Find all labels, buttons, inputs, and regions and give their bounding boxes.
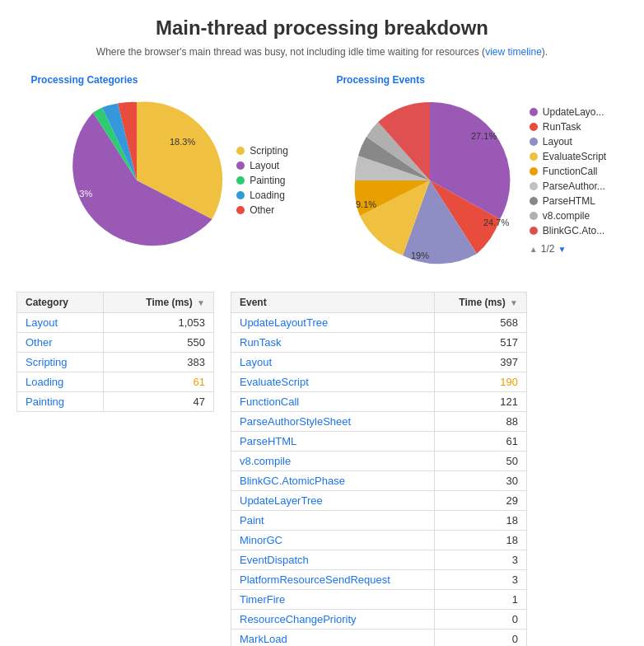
left-chart-legend: Scripting Layout Painting Loading Other (236, 145, 288, 216)
legend-evaluatescript: EvaluateScript (530, 151, 606, 162)
prev-page-icon[interactable]: ▲ (530, 245, 538, 254)
right-row-value: 568 (434, 313, 526, 333)
right-row-name[interactable]: EventDispatch (231, 550, 435, 570)
right-chart-container: 27.1% 24.7% 19% 9.1% UpdateLayo... RunTa… (343, 94, 606, 267)
right-pie-chart: 27.1% 24.7% 19% 9.1% (343, 94, 516, 267)
right-row-value: 1 (434, 590, 526, 610)
right-row-value: 88 (434, 412, 526, 432)
right-row-name[interactable]: ResourceChangePriority (231, 610, 435, 630)
right-table-row: FunctionCall121 (231, 392, 527, 412)
right-row-name[interactable]: PlatformResourceSendRequest (231, 570, 435, 590)
view-timeline-link[interactable]: view timeline (485, 46, 542, 58)
right-table-row: Layout397 (231, 353, 527, 372)
left-row-name[interactable]: Other (17, 333, 104, 353)
pagination-label: 1/2 (541, 243, 555, 255)
right-row-name[interactable]: MinorGC (231, 531, 435, 550)
left-row-value: 1,053 (104, 313, 214, 333)
right-row-name[interactable]: UpdateLayerTree (231, 491, 435, 511)
left-col1-header: Category (17, 293, 104, 313)
left-table-row: Painting47 (17, 392, 214, 412)
sort-icon-left: ▼ (197, 298, 205, 307)
right-table-row: PlatformResourceSendRequest3 (231, 570, 527, 590)
page-title: Main-thread processing breakdown (16, 16, 628, 40)
right-row-name[interactable]: MarkLoad (231, 630, 435, 647)
right-table-row: EvaluateScript190 (231, 372, 527, 392)
legend-dot-loading (236, 191, 245, 199)
right-row-name[interactable]: v8.compile (231, 452, 435, 471)
legend-dot-layout (236, 162, 245, 170)
right-chart-title: Processing Events (328, 74, 424, 86)
right-row-value: 0 (434, 630, 526, 647)
legend-dot-evaluatescript (530, 152, 538, 161)
right-row-name[interactable]: RunTask (231, 333, 435, 353)
legend-dot-functioncall (530, 167, 538, 176)
right-table-row: ResourceChangePriority0 (231, 610, 527, 630)
right-col1-header: Event (231, 293, 435, 313)
right-row-value: 50 (434, 452, 526, 471)
legend-layout: Layout (236, 160, 288, 171)
right-row-value: 29 (434, 491, 526, 511)
right-col2-header[interactable]: Time (ms) ▼ (434, 293, 526, 313)
legend-loading: Loading (236, 190, 288, 201)
right-row-name[interactable]: FunctionCall (231, 392, 435, 412)
charts-row: Processing Categories 18.3% 50.3% 26.3% (16, 74, 628, 267)
label-layout-r: 19% (411, 250, 429, 260)
label-scripting: 18.3% (170, 137, 195, 147)
right-row-name[interactable]: ParseHTML (231, 432, 435, 452)
right-table-row: v8.compile50 (231, 452, 527, 471)
right-row-name[interactable]: ParseAuthorStyleSheet (231, 412, 435, 432)
next-page-icon[interactable]: ▼ (558, 245, 566, 254)
tables-row: Category Time (ms) ▼ Layout1,053Other550… (16, 292, 628, 646)
legend-scripting: Scripting (236, 145, 288, 157)
legend-dot-runtask (530, 123, 538, 131)
label-evaluate: 9.1% (356, 199, 376, 209)
left-col2-header[interactable]: Time (ms) ▼ (104, 293, 214, 313)
right-table-row: ParseHTML61 (231, 432, 527, 452)
right-row-name[interactable]: Layout (231, 353, 435, 372)
legend-layout-r: Layout (530, 136, 606, 147)
right-row-value: 517 (434, 333, 526, 353)
right-table-container: Event Time (ms) ▼ UpdateLayoutTree568Run… (231, 292, 527, 646)
label-layout: 50.3% (101, 238, 127, 248)
right-table-row: MarkLoad0 (231, 630, 527, 647)
left-table-row: Loading61 (17, 372, 214, 392)
legend-parsehtml: ParseHTML (530, 195, 606, 207)
right-row-value: 397 (434, 353, 526, 372)
left-row-name[interactable]: Loading (17, 372, 104, 392)
left-row-value: 61 (104, 372, 214, 392)
page-subtitle: Where the browser's main thread was busy… (16, 46, 628, 58)
right-legend-list: UpdateLayo... RunTask Layout EvaluateScr… (530, 106, 606, 255)
right-row-name[interactable]: UpdateLayoutTree (231, 313, 435, 333)
left-row-value: 550 (104, 333, 214, 353)
left-row-name[interactable]: Painting (17, 392, 104, 412)
legend-dot-parseauthor (530, 182, 538, 190)
right-row-value: 61 (434, 432, 526, 452)
right-row-value: 30 (434, 471, 526, 491)
left-row-value: 47 (104, 392, 214, 412)
right-row-name[interactable]: BlinkGC.AtomicPhase (231, 471, 435, 491)
right-row-name[interactable]: EvaluateScript (231, 372, 435, 392)
right-row-value: 0 (434, 610, 526, 630)
left-row-name[interactable]: Layout (17, 313, 104, 333)
legend-dot-blinkgc (530, 227, 538, 235)
legend-blinkgc: BlinkGC.Ato... (530, 225, 606, 236)
right-table-header-row: Event Time (ms) ▼ (231, 293, 527, 313)
right-table-row: MinorGC18 (231, 531, 527, 550)
left-table-header-row: Category Time (ms) ▼ (17, 293, 214, 313)
left-table-row: Scripting383 (17, 353, 214, 372)
right-row-name[interactable]: Paint (231, 511, 435, 531)
legend-painting: Painting (236, 175, 288, 186)
right-chart-section: Processing Events (328, 74, 621, 267)
legend-dot-parsehtml (530, 197, 538, 205)
left-row-name[interactable]: Scripting (17, 353, 104, 372)
legend-v8compile: v8.compile (530, 210, 606, 222)
right-row-name[interactable]: TimerFire (231, 590, 435, 610)
right-row-value: 3 (434, 570, 526, 590)
right-chart-legend: UpdateLayo... RunTask Layout EvaluateScr… (530, 106, 606, 255)
legend-parseauthor: ParseAuthor... (530, 180, 606, 192)
legend-dot-v8compile (530, 212, 538, 220)
right-table-row: UpdateLayoutTree568 (231, 313, 527, 333)
right-row-value: 121 (434, 392, 526, 412)
left-chart-title: Processing Categories (22, 74, 138, 86)
pagination: ▲ 1/2 ▼ (530, 243, 606, 255)
